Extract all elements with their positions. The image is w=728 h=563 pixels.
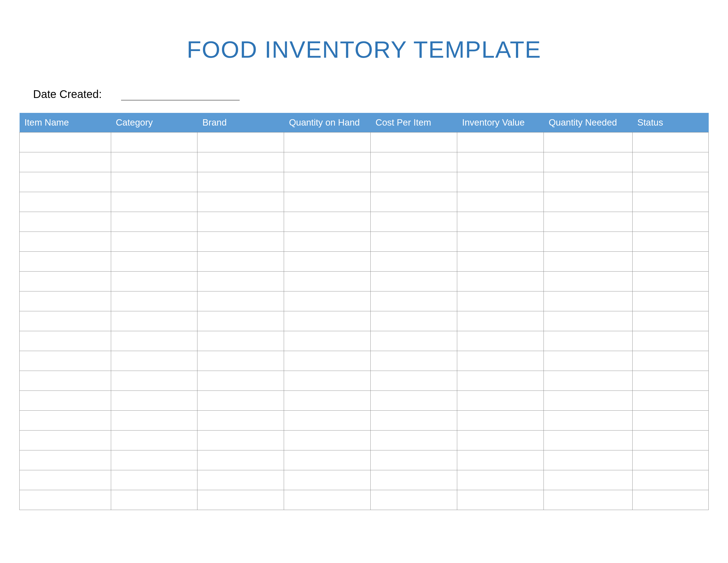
cell-quantity-on-hand[interactable] [284, 391, 371, 411]
cell-quantity-needed[interactable] [544, 292, 632, 311]
cell-category[interactable] [111, 192, 197, 212]
cell-status[interactable] [632, 292, 708, 311]
cell-quantity-needed[interactable] [544, 152, 632, 172]
cell-quantity-needed[interactable] [544, 232, 632, 252]
cell-cost-per-item[interactable] [371, 192, 457, 212]
cell-quantity-needed[interactable] [544, 431, 632, 450]
cell-cost-per-item[interactable] [371, 292, 457, 311]
cell-status[interactable] [632, 371, 708, 391]
cell-inventory-value[interactable] [457, 311, 544, 331]
cell-quantity-on-hand[interactable] [284, 450, 371, 470]
cell-brand[interactable] [197, 252, 284, 271]
cell-quantity-on-hand[interactable] [284, 292, 371, 311]
cell-cost-per-item[interactable] [371, 132, 457, 152]
cell-status[interactable] [632, 391, 708, 411]
cell-brand[interactable] [197, 232, 284, 252]
cell-quantity-on-hand[interactable] [284, 212, 371, 232]
cell-category[interactable] [111, 292, 197, 311]
cell-brand[interactable] [197, 470, 284, 490]
cell-inventory-value[interactable] [457, 351, 544, 371]
cell-inventory-value[interactable] [457, 411, 544, 431]
cell-inventory-value[interactable] [457, 252, 544, 271]
cell-cost-per-item[interactable] [371, 391, 457, 411]
cell-category[interactable] [111, 271, 197, 292]
cell-item-name[interactable] [20, 450, 111, 470]
cell-status[interactable] [632, 311, 708, 331]
cell-category[interactable] [111, 431, 197, 450]
cell-category[interactable] [111, 212, 197, 232]
cell-cost-per-item[interactable] [371, 351, 457, 371]
cell-cost-per-item[interactable] [371, 331, 457, 351]
cell-category[interactable] [111, 371, 197, 391]
cell-category[interactable] [111, 470, 197, 490]
cell-item-name[interactable] [20, 351, 111, 371]
cell-item-name[interactable] [20, 411, 111, 431]
cell-brand[interactable] [197, 152, 284, 172]
cell-quantity-needed[interactable] [544, 271, 632, 292]
date-created-input[interactable] [121, 89, 240, 100]
cell-category[interactable] [111, 252, 197, 271]
cell-cost-per-item[interactable] [371, 232, 457, 252]
cell-brand[interactable] [197, 172, 284, 192]
cell-brand[interactable] [197, 132, 284, 152]
cell-brand[interactable] [197, 331, 284, 351]
cell-quantity-needed[interactable] [544, 391, 632, 411]
cell-quantity-needed[interactable] [544, 331, 632, 351]
cell-category[interactable] [111, 450, 197, 470]
cell-item-name[interactable] [20, 232, 111, 252]
cell-cost-per-item[interactable] [371, 371, 457, 391]
cell-quantity-on-hand[interactable] [284, 490, 371, 510]
cell-inventory-value[interactable] [457, 391, 544, 411]
cell-quantity-on-hand[interactable] [284, 172, 371, 192]
cell-status[interactable] [632, 232, 708, 252]
cell-quantity-needed[interactable] [544, 351, 632, 371]
cell-category[interactable] [111, 351, 197, 371]
cell-status[interactable] [632, 331, 708, 351]
cell-quantity-on-hand[interactable] [284, 152, 371, 172]
cell-item-name[interactable] [20, 132, 111, 152]
cell-quantity-on-hand[interactable] [284, 470, 371, 490]
cell-category[interactable] [111, 331, 197, 351]
cell-status[interactable] [632, 271, 708, 292]
cell-quantity-on-hand[interactable] [284, 371, 371, 391]
cell-item-name[interactable] [20, 252, 111, 271]
cell-status[interactable] [632, 252, 708, 271]
cell-brand[interactable] [197, 450, 284, 470]
cell-inventory-value[interactable] [457, 292, 544, 311]
cell-quantity-on-hand[interactable] [284, 351, 371, 371]
cell-quantity-needed[interactable] [544, 470, 632, 490]
cell-inventory-value[interactable] [457, 490, 544, 510]
cell-category[interactable] [111, 391, 197, 411]
cell-inventory-value[interactable] [457, 232, 544, 252]
cell-status[interactable] [632, 431, 708, 450]
cell-quantity-on-hand[interactable] [284, 331, 371, 351]
cell-item-name[interactable] [20, 271, 111, 292]
cell-inventory-value[interactable] [457, 152, 544, 172]
cell-quantity-needed[interactable] [544, 450, 632, 470]
cell-category[interactable] [111, 232, 197, 252]
cell-brand[interactable] [197, 490, 284, 510]
cell-cost-per-item[interactable] [371, 252, 457, 271]
cell-item-name[interactable] [20, 192, 111, 212]
cell-status[interactable] [632, 172, 708, 192]
cell-quantity-on-hand[interactable] [284, 431, 371, 450]
cell-quantity-needed[interactable] [544, 212, 632, 232]
cell-inventory-value[interactable] [457, 271, 544, 292]
cell-quantity-needed[interactable] [544, 371, 632, 391]
cell-brand[interactable] [197, 292, 284, 311]
cell-inventory-value[interactable] [457, 450, 544, 470]
cell-brand[interactable] [197, 391, 284, 411]
cell-brand[interactable] [197, 371, 284, 391]
cell-inventory-value[interactable] [457, 371, 544, 391]
cell-inventory-value[interactable] [457, 331, 544, 351]
cell-brand[interactable] [197, 192, 284, 212]
cell-quantity-needed[interactable] [544, 311, 632, 331]
cell-status[interactable] [632, 450, 708, 470]
cell-quantity-on-hand[interactable] [284, 271, 371, 292]
cell-brand[interactable] [197, 351, 284, 371]
cell-category[interactable] [111, 172, 197, 192]
cell-cost-per-item[interactable] [371, 411, 457, 431]
cell-quantity-on-hand[interactable] [284, 232, 371, 252]
cell-inventory-value[interactable] [457, 192, 544, 212]
cell-brand[interactable] [197, 411, 284, 431]
